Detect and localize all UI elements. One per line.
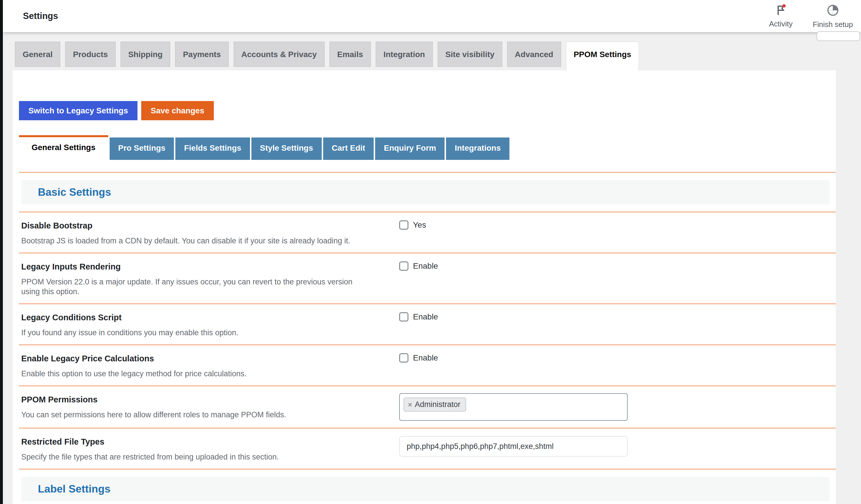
disable-bootstrap-checkbox[interactable] bbox=[399, 220, 408, 230]
setting-label: Restricted File Types bbox=[21, 437, 399, 447]
activity-button[interactable]: Activity bbox=[769, 3, 792, 29]
permissions-multiselect[interactable]: × Administrator bbox=[399, 393, 628, 421]
finish-setup-button[interactable]: Finish setup bbox=[813, 3, 853, 29]
setting-description: Specify the file types that are restrict… bbox=[21, 452, 367, 462]
setting-row-ppom-permissions: PPOM Permissions You can set permissions… bbox=[19, 386, 836, 428]
basic-settings-banner: Basic Settings bbox=[21, 180, 830, 204]
setting-label: PPOM Permissions bbox=[21, 394, 399, 405]
tab-emails[interactable]: Emails bbox=[329, 42, 371, 67]
ppom-settings-panel: Switch to Legacy Settings Save changes G… bbox=[12, 70, 836, 504]
subtab-fields-settings[interactable]: Fields Settings bbox=[175, 137, 250, 160]
general-settings-table: Basic Settings Disable Bootstrap Bootstr… bbox=[19, 172, 836, 501]
setting-label: Enable Legacy Price Calculations bbox=[21, 353, 399, 364]
restricted-file-types-input[interactable] bbox=[399, 436, 628, 457]
section-banner-row: Label Settings bbox=[19, 469, 836, 501]
switch-to-legacy-button[interactable]: Switch to Legacy Settings bbox=[19, 101, 137, 120]
legacy-inputs-checkbox[interactable] bbox=[399, 261, 408, 271]
checkbox-label: Enable bbox=[413, 353, 438, 363]
ppom-sub-tab-bar: General Settings Pro Settings Fields Set… bbox=[19, 135, 836, 160]
subtab-enquiry-form[interactable]: Enquiry Form bbox=[375, 137, 445, 160]
top-header: Settings Activity bbox=[3, 0, 861, 32]
setting-row-legacy-price-calculations: Enable Legacy Price Calculations Enable … bbox=[19, 345, 836, 386]
label-settings-banner: Label Settings bbox=[21, 477, 830, 501]
save-changes-button[interactable]: Save changes bbox=[141, 101, 214, 120]
setting-description: PPOM Version 22.0 is a major update. If … bbox=[21, 277, 367, 297]
section-banner-row: Basic Settings bbox=[19, 173, 836, 213]
setting-description: Enable this option to use the legacy met… bbox=[21, 369, 367, 379]
header-actions: Activity Finish setup bbox=[769, 3, 853, 29]
setting-description: If you found any issue in conditions you… bbox=[21, 328, 367, 338]
settings-tab-bar: General Products Shipping Payments Accou… bbox=[15, 42, 639, 71]
page-title: Settings bbox=[23, 11, 58, 21]
tab-advanced[interactable]: Advanced bbox=[507, 42, 561, 67]
setup-progress-icon bbox=[826, 3, 840, 18]
admin-sidebar-edge bbox=[0, 0, 3, 504]
activity-label: Activity bbox=[769, 19, 792, 28]
tab-integration[interactable]: Integration bbox=[376, 42, 433, 67]
setting-label: Legacy Conditions Script bbox=[21, 312, 399, 323]
permission-tag-administrator: × Administrator bbox=[404, 397, 466, 412]
setting-description: You can set permissions here to allow di… bbox=[21, 410, 367, 420]
legacy-conditions-checkbox[interactable] bbox=[399, 312, 408, 322]
section-heading: Basic Settings bbox=[38, 186, 111, 198]
subtab-cart-edit[interactable]: Cart Edit bbox=[323, 137, 374, 160]
subtab-integrations[interactable]: Integrations bbox=[446, 137, 509, 160]
settings-screen: Settings Activity bbox=[0, 0, 861, 504]
subtab-pro-settings[interactable]: Pro Settings bbox=[110, 137, 174, 160]
legacy-price-checkbox[interactable] bbox=[399, 353, 408, 363]
setup-popover-partial bbox=[817, 31, 860, 41]
setting-label: Disable Bootstrap bbox=[21, 220, 399, 231]
activity-flag-icon bbox=[774, 3, 788, 18]
setting-row-legacy-inputs: Legacy Inputs Rendering PPOM Version 22.… bbox=[19, 254, 836, 304]
checkbox-label: Enable bbox=[413, 261, 438, 271]
remove-tag-icon[interactable]: × bbox=[408, 401, 412, 408]
tab-shipping[interactable]: Shipping bbox=[121, 42, 170, 67]
tab-products[interactable]: Products bbox=[65, 42, 115, 67]
tab-general[interactable]: General bbox=[15, 42, 60, 67]
ppom-toolbar: Switch to Legacy Settings Save changes bbox=[19, 101, 836, 120]
finish-setup-label: Finish setup bbox=[813, 20, 853, 29]
subtab-general-settings[interactable]: General Settings bbox=[19, 135, 108, 160]
tab-ppom-settings[interactable]: PPOM Settings bbox=[566, 42, 639, 71]
setting-row-disable-bootstrap: Disable Bootstrap Bootstrap JS is loaded… bbox=[19, 213, 836, 254]
tab-payments[interactable]: Payments bbox=[175, 42, 229, 67]
subtab-style-settings[interactable]: Style Settings bbox=[251, 137, 322, 160]
tab-accounts-privacy[interactable]: Accounts & Privacy bbox=[234, 42, 325, 67]
permission-tag-label: Administrator bbox=[415, 400, 460, 409]
setting-label: Legacy Inputs Rendering bbox=[21, 261, 399, 272]
checkbox-label: Yes bbox=[413, 220, 426, 230]
setting-description: Bootstrap JS is loaded from a CDN by def… bbox=[21, 236, 367, 246]
setting-row-legacy-conditions: Legacy Conditions Script If you found an… bbox=[19, 304, 836, 345]
tab-site-visibility[interactable]: Site visibility bbox=[438, 42, 502, 67]
checkbox-label: Enable bbox=[413, 312, 438, 322]
setting-row-restricted-file-types: Restricted File Types Specify the file t… bbox=[19, 428, 836, 469]
section-heading: Label Settings bbox=[38, 483, 110, 495]
